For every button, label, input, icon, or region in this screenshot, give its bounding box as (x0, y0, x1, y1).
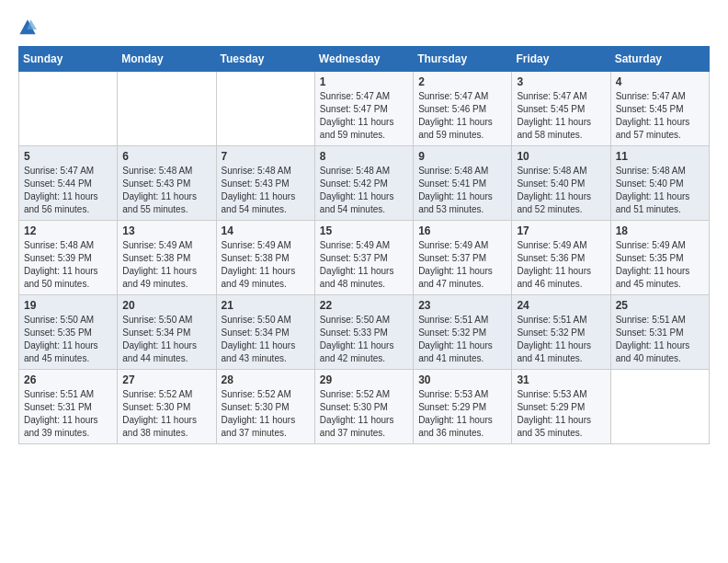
calendar-day-cell (216, 72, 314, 146)
day-number: 19 (24, 299, 112, 312)
day-number: 14 (222, 224, 310, 237)
calendar-day-cell: 4Sunrise: 5:47 AM Sunset: 5:45 PM Daylig… (610, 72, 709, 146)
day-number: 4 (616, 75, 704, 88)
day-number: 6 (122, 150, 210, 163)
day-number: 28 (222, 373, 310, 386)
calendar-day-cell: 6Sunrise: 5:48 AM Sunset: 5:43 PM Daylig… (118, 146, 216, 221)
day-info: Sunrise: 5:49 AM Sunset: 5:38 PM Dayligh… (222, 239, 310, 291)
weekday-header-cell: Monday (118, 47, 216, 72)
day-number: 15 (320, 224, 408, 237)
calendar-day-cell: 15Sunrise: 5:49 AM Sunset: 5:37 PM Dayli… (314, 221, 413, 295)
day-info: Sunrise: 5:49 AM Sunset: 5:35 PM Dayligh… (616, 239, 704, 291)
calendar-day-cell: 26Sunrise: 5:51 AM Sunset: 5:31 PM Dayli… (19, 370, 118, 444)
logo-icon (18, 18, 37, 37)
calendar-day-cell: 9Sunrise: 5:48 AM Sunset: 5:41 PM Daylig… (414, 146, 512, 221)
calendar-day-cell: 5Sunrise: 5:47 AM Sunset: 5:44 PM Daylig… (19, 146, 118, 221)
calendar-week-row: 5Sunrise: 5:47 AM Sunset: 5:44 PM Daylig… (19, 146, 710, 221)
day-number: 24 (517, 299, 605, 312)
day-number: 30 (418, 373, 506, 386)
calendar-day-cell: 27Sunrise: 5:52 AM Sunset: 5:30 PM Dayli… (118, 370, 216, 444)
calendar-day-cell: 22Sunrise: 5:50 AM Sunset: 5:33 PM Dayli… (314, 295, 413, 370)
weekday-header-row: SundayMondayTuesdayWednesdayThursdayFrid… (19, 47, 710, 72)
day-info: Sunrise: 5:53 AM Sunset: 5:29 PM Dayligh… (418, 388, 506, 440)
calendar-week-row: 1Sunrise: 5:47 AM Sunset: 5:47 PM Daylig… (19, 72, 710, 146)
day-number: 3 (517, 75, 605, 88)
calendar-day-cell (118, 72, 216, 146)
day-number: 21 (222, 299, 310, 312)
day-number: 20 (122, 299, 210, 312)
day-info: Sunrise: 5:53 AM Sunset: 5:29 PM Dayligh… (517, 388, 605, 440)
day-number: 11 (616, 150, 704, 163)
calendar-day-cell: 18Sunrise: 5:49 AM Sunset: 5:35 PM Dayli… (610, 221, 709, 295)
day-info: Sunrise: 5:51 AM Sunset: 5:32 PM Dayligh… (517, 314, 605, 365)
day-info: Sunrise: 5:50 AM Sunset: 5:34 PM Dayligh… (222, 314, 310, 365)
day-number: 18 (616, 224, 704, 237)
day-number: 13 (122, 224, 210, 237)
header (18, 18, 710, 37)
day-number: 31 (517, 373, 605, 386)
day-info: Sunrise: 5:49 AM Sunset: 5:38 PM Dayligh… (122, 239, 210, 291)
day-info: Sunrise: 5:47 AM Sunset: 5:46 PM Dayligh… (418, 90, 506, 142)
calendar-day-cell: 21Sunrise: 5:50 AM Sunset: 5:34 PM Dayli… (216, 295, 314, 370)
day-info: Sunrise: 5:52 AM Sunset: 5:30 PM Dayligh… (222, 388, 310, 440)
calendar-body: 1Sunrise: 5:47 AM Sunset: 5:47 PM Daylig… (19, 72, 710, 444)
day-info: Sunrise: 5:49 AM Sunset: 5:36 PM Dayligh… (517, 239, 605, 291)
calendar-day-cell (19, 72, 118, 146)
day-info: Sunrise: 5:47 AM Sunset: 5:44 PM Dayligh… (24, 165, 112, 216)
day-info: Sunrise: 5:47 AM Sunset: 5:45 PM Dayligh… (517, 90, 605, 142)
day-info: Sunrise: 5:49 AM Sunset: 5:37 PM Dayligh… (418, 239, 506, 291)
calendar-week-row: 19Sunrise: 5:50 AM Sunset: 5:35 PM Dayli… (19, 295, 710, 370)
calendar-week-row: 26Sunrise: 5:51 AM Sunset: 5:31 PM Dayli… (19, 370, 710, 444)
weekday-header-cell: Wednesday (314, 47, 413, 72)
day-number: 23 (418, 299, 506, 312)
calendar-table: SundayMondayTuesdayWednesdayThursdayFrid… (18, 46, 710, 444)
calendar-day-cell: 23Sunrise: 5:51 AM Sunset: 5:32 PM Dayli… (414, 295, 512, 370)
day-number: 16 (418, 224, 506, 237)
day-info: Sunrise: 5:48 AM Sunset: 5:42 PM Dayligh… (320, 165, 408, 216)
calendar-week-row: 12Sunrise: 5:48 AM Sunset: 5:39 PM Dayli… (19, 221, 710, 295)
calendar-day-cell: 2Sunrise: 5:47 AM Sunset: 5:46 PM Daylig… (414, 72, 512, 146)
calendar-day-cell: 3Sunrise: 5:47 AM Sunset: 5:45 PM Daylig… (512, 72, 610, 146)
day-number: 22 (320, 299, 408, 312)
day-info: Sunrise: 5:50 AM Sunset: 5:35 PM Dayligh… (24, 314, 112, 365)
day-info: Sunrise: 5:50 AM Sunset: 5:34 PM Dayligh… (122, 314, 210, 365)
day-info: Sunrise: 5:52 AM Sunset: 5:30 PM Dayligh… (122, 388, 210, 440)
day-info: Sunrise: 5:48 AM Sunset: 5:41 PM Dayligh… (418, 165, 506, 216)
calendar-day-cell: 20Sunrise: 5:50 AM Sunset: 5:34 PM Dayli… (118, 295, 216, 370)
day-info: Sunrise: 5:48 AM Sunset: 5:40 PM Dayligh… (616, 165, 704, 216)
day-number: 17 (517, 224, 605, 237)
day-info: Sunrise: 5:49 AM Sunset: 5:37 PM Dayligh… (320, 239, 408, 291)
weekday-header-cell: Thursday (414, 47, 512, 72)
calendar-day-cell: 28Sunrise: 5:52 AM Sunset: 5:30 PM Dayli… (216, 370, 314, 444)
calendar-day-cell: 14Sunrise: 5:49 AM Sunset: 5:38 PM Dayli… (216, 221, 314, 295)
calendar-day-cell: 8Sunrise: 5:48 AM Sunset: 5:42 PM Daylig… (314, 146, 413, 221)
day-info: Sunrise: 5:48 AM Sunset: 5:43 PM Dayligh… (222, 165, 310, 216)
calendar-day-cell: 30Sunrise: 5:53 AM Sunset: 5:29 PM Dayli… (414, 370, 512, 444)
logo (18, 18, 39, 37)
day-number: 1 (320, 75, 408, 88)
day-number: 5 (24, 150, 112, 163)
day-number: 8 (320, 150, 408, 163)
calendar-day-cell: 11Sunrise: 5:48 AM Sunset: 5:40 PM Dayli… (610, 146, 709, 221)
day-info: Sunrise: 5:51 AM Sunset: 5:31 PM Dayligh… (24, 388, 112, 440)
day-info: Sunrise: 5:48 AM Sunset: 5:39 PM Dayligh… (24, 239, 112, 291)
day-info: Sunrise: 5:51 AM Sunset: 5:32 PM Dayligh… (418, 314, 506, 365)
weekday-header-cell: Tuesday (216, 47, 314, 72)
calendar-day-cell: 1Sunrise: 5:47 AM Sunset: 5:47 PM Daylig… (314, 72, 413, 146)
calendar-day-cell: 12Sunrise: 5:48 AM Sunset: 5:39 PM Dayli… (19, 221, 118, 295)
day-number: 9 (418, 150, 506, 163)
weekday-header-cell: Saturday (610, 47, 709, 72)
day-number: 29 (320, 373, 408, 386)
calendar-day-cell: 7Sunrise: 5:48 AM Sunset: 5:43 PM Daylig… (216, 146, 314, 221)
day-info: Sunrise: 5:52 AM Sunset: 5:30 PM Dayligh… (320, 388, 408, 440)
day-info: Sunrise: 5:48 AM Sunset: 5:43 PM Dayligh… (122, 165, 210, 216)
calendar-day-cell: 16Sunrise: 5:49 AM Sunset: 5:37 PM Dayli… (414, 221, 512, 295)
day-number: 12 (24, 224, 112, 237)
day-info: Sunrise: 5:51 AM Sunset: 5:31 PM Dayligh… (616, 314, 704, 365)
day-number: 25 (616, 299, 704, 312)
calendar-day-cell: 10Sunrise: 5:48 AM Sunset: 5:40 PM Dayli… (512, 146, 610, 221)
calendar-day-cell: 17Sunrise: 5:49 AM Sunset: 5:36 PM Dayli… (512, 221, 610, 295)
day-number: 2 (418, 75, 506, 88)
day-number: 27 (122, 373, 210, 386)
calendar-day-cell: 13Sunrise: 5:49 AM Sunset: 5:38 PM Dayli… (118, 221, 216, 295)
